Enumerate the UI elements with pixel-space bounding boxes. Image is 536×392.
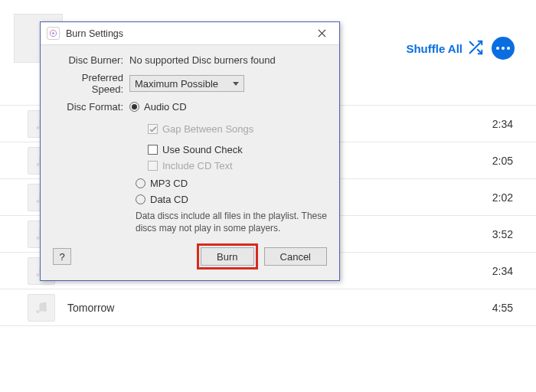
track-duration: 2:02 bbox=[492, 191, 513, 204]
track-duration: 2:34 bbox=[492, 118, 513, 130]
burn-settings-dialog: Burn Settings Disc Burner: No supported … bbox=[40, 21, 340, 281]
audio-cd-radio[interactable]: Audio CD bbox=[129, 101, 327, 113]
data-cd-radio[interactable]: Data CD bbox=[136, 194, 327, 205]
mp3-cd-radio[interactable]: MP3 CD bbox=[136, 178, 327, 189]
data-cd-label: Data CD bbox=[150, 194, 188, 205]
svg-point-11 bbox=[44, 309, 47, 312]
track-duration: 3:52 bbox=[492, 228, 513, 240]
dialog-body: Disc Burner: No supported Disc burners f… bbox=[41, 45, 339, 243]
use-sound-check-checkbox[interactable]: Use Sound Check bbox=[148, 144, 327, 155]
preferred-speed-select[interactable]: Maximum Possible bbox=[129, 75, 244, 92]
include-cd-text-label: Include CD Text bbox=[162, 160, 233, 172]
track-art-placeholder bbox=[28, 294, 55, 322]
track-duration: 2:05 bbox=[492, 155, 513, 167]
help-button[interactable]: ? bbox=[53, 248, 71, 265]
svg-point-8 bbox=[36, 273, 39, 276]
gap-between-songs-label: Gap Between Songs bbox=[162, 123, 253, 135]
checkbox-icon bbox=[148, 145, 158, 155]
audio-cd-label: Audio CD bbox=[144, 101, 187, 113]
burn-label: Burn bbox=[217, 251, 237, 263]
svg-point-10 bbox=[36, 309, 39, 312]
checkbox-icon bbox=[148, 124, 158, 134]
svg-point-13 bbox=[52, 32, 54, 34]
gap-between-songs-checkbox[interactable]: Gap Between Songs bbox=[148, 123, 327, 135]
dialog-title: Burn Settings bbox=[66, 28, 309, 39]
track-title: Tomorrow bbox=[67, 302, 492, 314]
dialog-titlebar: Burn Settings bbox=[41, 22, 339, 45]
checkbox-icon bbox=[148, 161, 158, 171]
burn-button[interactable]: Burn bbox=[201, 247, 253, 266]
disc-burner-label: Disc Burner: bbox=[53, 54, 129, 66]
close-button[interactable] bbox=[309, 24, 335, 43]
preferred-speed-label: Preferred Speed: bbox=[53, 72, 129, 95]
svg-point-6 bbox=[36, 236, 39, 239]
svg-point-4 bbox=[36, 199, 39, 202]
mp3-cd-label: MP3 CD bbox=[150, 178, 188, 189]
disc-format-label: Disc Format: bbox=[53, 101, 129, 113]
radio-icon bbox=[136, 194, 145, 204]
radio-icon bbox=[129, 102, 139, 112]
radio-icon bbox=[136, 178, 145, 188]
preferred-speed-value: Maximum Possible bbox=[135, 78, 218, 90]
table-row[interactable]: Tomorrow 4:55 bbox=[0, 289, 536, 326]
dialog-button-row: ? Burn Cancel bbox=[41, 243, 339, 280]
chevron-down-icon bbox=[233, 82, 239, 86]
close-icon bbox=[318, 29, 326, 38]
use-sound-check-label: Use Sound Check bbox=[162, 144, 243, 155]
data-disc-note: Data discs include all files in the play… bbox=[136, 210, 327, 234]
cancel-button[interactable]: Cancel bbox=[264, 247, 327, 266]
track-duration: 4:55 bbox=[492, 302, 513, 314]
svg-point-0 bbox=[36, 126, 39, 129]
cancel-label: Cancel bbox=[280, 251, 311, 263]
svg-point-2 bbox=[36, 162, 39, 165]
dialog-app-icon bbox=[47, 27, 60, 40]
help-label: ? bbox=[59, 251, 64, 263]
include-cd-text-checkbox[interactable]: Include CD Text bbox=[148, 160, 327, 172]
track-duration: 2:34 bbox=[492, 265, 513, 277]
burn-highlight: Burn bbox=[197, 243, 257, 270]
disc-burner-value: No supported Disc burners found bbox=[129, 54, 327, 66]
